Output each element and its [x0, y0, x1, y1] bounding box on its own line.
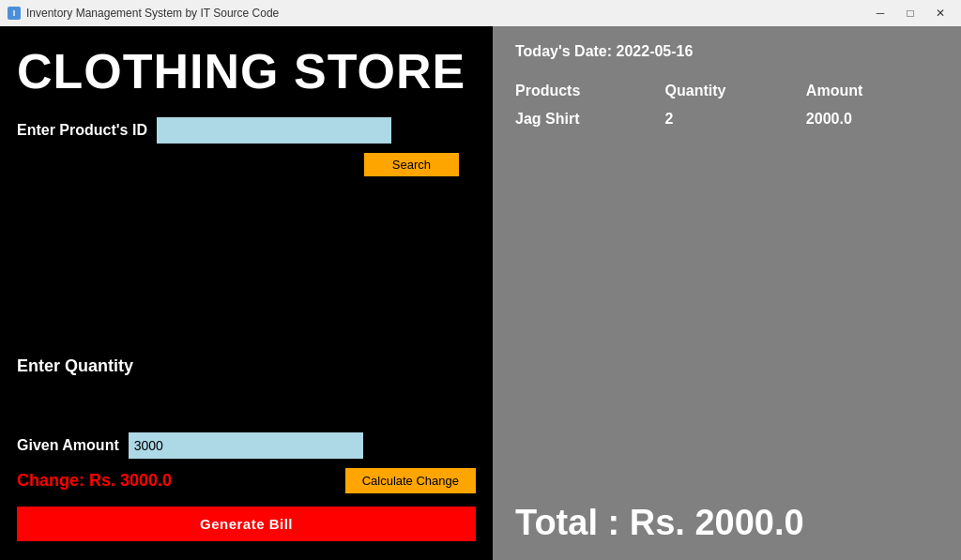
quantity-label: Enter Quantity — [17, 356, 476, 376]
col-header-amount: Amount — [806, 79, 938, 107]
given-amount-input[interactable] — [129, 432, 363, 459]
total-text: Total : Rs. 2000.0 — [515, 503, 938, 543]
calculate-change-button[interactable]: Calculate Change — [345, 468, 476, 493]
product-id-row: Enter Product's ID — [17, 117, 476, 144]
title-bar-title: Inventory Management System by IT Source… — [26, 7, 279, 20]
change-calc-row: Change: Rs. 3000.0 Calculate Change — [17, 468, 476, 493]
right-panel: Today's Date: 2022-05-16 Products Quanti… — [493, 26, 961, 560]
cell-amount: 2000.0 — [806, 107, 938, 131]
cell-product: Jag Shirt — [515, 107, 665, 131]
app-icon: I — [8, 7, 21, 20]
bill-table: Products Quantity Amount Jag Shirt 2 200… — [515, 79, 938, 131]
product-id-label: Enter Product's ID — [17, 122, 147, 139]
minimize-button[interactable]: ─ — [867, 4, 893, 23]
table-header-row: Products Quantity Amount — [515, 79, 938, 107]
main-container: CLOTHING STORE Enter Product's ID Search… — [0, 26, 961, 560]
change-text: Change: Rs. 3000.0 — [17, 471, 172, 491]
left-panel: CLOTHING STORE Enter Product's ID Search… — [0, 26, 493, 560]
given-amount-label: Given Amount — [17, 437, 119, 454]
store-title: CLOTHING STORE — [17, 45, 476, 98]
title-bar-left: I Inventory Management System by IT Sour… — [8, 7, 279, 20]
col-header-quantity: Quantity — [665, 79, 806, 107]
product-id-input[interactable] — [157, 117, 391, 144]
cell-quantity: 2 — [665, 107, 806, 131]
total-section: Total : Rs. 2000.0 — [515, 484, 938, 543]
search-btn-row: Search — [17, 153, 459, 176]
search-button[interactable]: Search — [364, 153, 459, 176]
table-row: Jag Shirt 2 2000.0 — [515, 107, 938, 131]
col-header-products: Products — [515, 79, 665, 107]
given-amount-row: Given Amount — [17, 432, 476, 459]
title-bar: I Inventory Management System by IT Sour… — [0, 0, 961, 26]
close-button[interactable]: ✕ — [927, 4, 953, 23]
today-date: Today's Date: 2022-05-16 — [515, 43, 938, 60]
title-bar-controls: ─ □ ✕ — [867, 4, 953, 23]
generate-bill-button[interactable]: Generate Bill — [17, 507, 476, 541]
product-display-area — [17, 184, 476, 356]
maximize-button[interactable]: □ — [897, 4, 923, 23]
